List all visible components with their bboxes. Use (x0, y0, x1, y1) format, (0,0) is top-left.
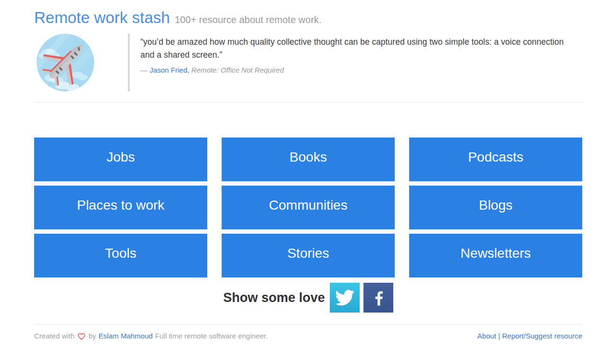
quote-block: “you’d be amazed how much quality collec… (128, 34, 566, 91)
about-link[interactable]: About (477, 332, 496, 340)
category-button-stories[interactable]: Stories (222, 234, 395, 277)
category-button-blogs[interactable]: Blogs (409, 186, 582, 229)
bottom-divider (34, 324, 582, 325)
category-grid: Jobs Books Podcasts Places to work Commu… (34, 138, 582, 277)
quote-text: “you’d be amazed how much quality collec… (140, 36, 566, 62)
quote-author-link[interactable]: Jason Fried (150, 66, 187, 74)
report-suggest-link[interactable]: Report/Suggest resource (502, 332, 582, 340)
footer-author-description: Full time remote software engineer. (155, 332, 268, 340)
category-button-books[interactable]: Books (222, 138, 395, 181)
page-title: Remote work stash (34, 9, 170, 27)
share-section: Show some love (34, 283, 582, 313)
footer-by-text: by (88, 332, 96, 340)
quote-dash: — (140, 66, 148, 74)
twitter-share-button[interactable] (330, 283, 360, 313)
category-button-jobs[interactable]: Jobs (34, 138, 207, 181)
page-subtitle: 100+ resource about remote work. (175, 14, 321, 25)
quote-source: Remote: Office Not Required (191, 66, 284, 74)
facebook-share-button[interactable] (363, 283, 393, 313)
airplane-logo (37, 34, 94, 91)
footer-links-separator: | (498, 332, 500, 340)
footer: Created with by Eslam Mahmoud Full time … (34, 332, 582, 340)
quote-author-comma: , (188, 66, 189, 74)
page-container: Remote work stash 100+ resource about re… (34, 0, 582, 340)
quote-attribution: — Jason Fried, Remote: Office Not Requir… (140, 66, 566, 74)
heart-icon (77, 332, 86, 340)
airplane-globe-icon (37, 34, 94, 91)
footer-links: About | Report/Suggest resource (477, 332, 582, 340)
share-label: Show some love (223, 290, 325, 305)
footer-credit: Created with by Eslam Mahmoud Full time … (34, 332, 268, 340)
category-button-communities[interactable]: Communities (222, 186, 395, 229)
category-button-newsletters[interactable]: Newsletters (409, 234, 582, 277)
twitter-icon (335, 288, 354, 307)
top-divider (34, 102, 582, 102)
category-button-podcasts[interactable]: Podcasts (409, 138, 582, 181)
header: Remote work stash 100+ resource about re… (34, 0, 582, 27)
footer-created-text: Created with (34, 332, 75, 340)
intro-section: “you’d be amazed how much quality collec… (34, 34, 582, 91)
category-button-tools[interactable]: Tools (34, 234, 207, 277)
category-button-places-to-work[interactable]: Places to work (34, 186, 207, 229)
facebook-icon (369, 288, 388, 307)
footer-author-link[interactable]: Eslam Mahmoud (99, 332, 153, 340)
